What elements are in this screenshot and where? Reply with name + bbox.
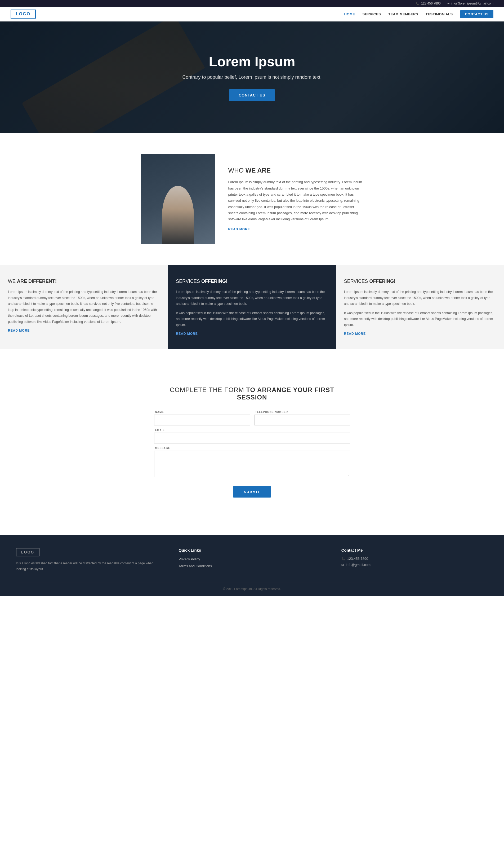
- footer-col-links: Quick Links Privacy Policy Terms and Con…: [179, 548, 325, 572]
- services-col-3-read-more[interactable]: READ MORE: [344, 332, 366, 335]
- footer-link-privacy[interactable]: Privacy Policy: [179, 557, 325, 561]
- email-icon: [447, 2, 449, 5]
- services-col-1-body1: Lorem Ipsum is simply dummy text of the …: [8, 289, 160, 325]
- nav-item-home[interactable]: HOME: [344, 12, 355, 16]
- top-bar: 123.456.7890 info@loremipsum@gmail.com: [0, 0, 504, 7]
- who-read-more[interactable]: READ MORE: [228, 227, 250, 231]
- footer-copyright: © 2019 LoremIpsum. All Rights reserved.: [223, 587, 281, 591]
- services-col-2-body2: It was popularised in the 1960s with the…: [176, 310, 328, 328]
- hero-title: Lorem Ipsum: [182, 54, 322, 69]
- form-title-pre: COMPLETE THE FORM: [170, 386, 246, 394]
- footer-contact-phone: 123.456.7890: [341, 557, 488, 561]
- who-body: Lorem Ipsum is simply dummy text of the …: [228, 179, 363, 222]
- who-heading-pre: WHO: [228, 167, 246, 174]
- form-submit-row: SUBMIT: [154, 481, 350, 498]
- who-image: [141, 154, 215, 244]
- services-col-3-body2: It was popularised in the 1960s with the…: [344, 310, 496, 328]
- services-col-1-read-more[interactable]: READ MORE: [8, 329, 30, 332]
- nav-item-team[interactable]: TEAM MEMBERS: [388, 12, 418, 16]
- footer-contact-heading: Contact Me: [341, 548, 488, 552]
- form-group-name: NAME: [154, 411, 250, 425]
- footer-link-privacy-anchor[interactable]: Privacy Policy: [179, 557, 200, 561]
- name-input[interactable]: [154, 415, 250, 425]
- services-col-3: SERVICES OFFERING! Lorem Ipsum is simply…: [336, 265, 504, 349]
- name-label: NAME: [154, 411, 250, 414]
- hero-subtitle: Contrary to popular belief, Lorem Ipsum …: [182, 74, 322, 81]
- nav-link-services[interactable]: SERVICES: [363, 12, 381, 16]
- footer-col-logo: LOGO It is a long established fact that …: [16, 548, 163, 572]
- services-col-3-body1: Lorem Ipsum is simply dummy text of the …: [344, 289, 496, 307]
- top-bar-email: info@loremipsum@gmail.com: [447, 2, 493, 5]
- footer-col-contact: Contact Me 123.456.7890 info@gmail.com: [341, 548, 488, 572]
- form-row-2: EMAIL: [154, 429, 350, 443]
- footer: LOGO It is a long established fact that …: [0, 535, 504, 596]
- services-col-2: SERVICES OFFERING! Lorem Ipsum is simply…: [168, 265, 336, 349]
- nav-link-team[interactable]: TEAM MEMBERS: [388, 12, 418, 16]
- services-col-2-read-more[interactable]: READ MORE: [176, 332, 198, 335]
- form-section: COMPLETE THE FORM TO ARRANGE YOUR FIRST …: [0, 349, 504, 535]
- footer-logo: LOGO: [16, 548, 39, 556]
- services-col-1: WE ARE DIFFERENT! Lorem Ipsum is simply …: [0, 265, 168, 349]
- phone-label: TELEPHONE NUMBER: [254, 411, 350, 414]
- footer-contact-email: info@gmail.com: [341, 563, 488, 567]
- footer-top: LOGO It is a long established fact that …: [16, 548, 488, 572]
- top-bar-phone-number: 123.456.7890: [421, 2, 440, 5]
- form-group-email: EMAIL: [154, 429, 350, 443]
- who-heading-strong: WE ARE: [246, 167, 271, 174]
- email-label: EMAIL: [154, 429, 350, 432]
- navbar: LOGO HOME SERVICES TEAM MEMBERS TESTIMON…: [0, 7, 504, 21]
- hero-content: Lorem Ipsum Contrary to popular belief, …: [177, 38, 327, 117]
- form-row-1: NAME TELEPHONE NUMBER: [154, 411, 350, 425]
- footer-links-list: Privacy Policy Terms and Conditions: [179, 557, 325, 568]
- nav-item-testimonials[interactable]: TESTIMONIALS: [426, 12, 453, 16]
- phone-icon: [416, 2, 419, 5]
- services-col-3-heading: SERVICES OFFERING!: [344, 279, 496, 284]
- nav-item-services[interactable]: SERVICES: [363, 12, 381, 16]
- nav-link-testimonials[interactable]: TESTIMONIALS: [426, 12, 453, 16]
- contact-form: NAME TELEPHONE NUMBER EMAIL MESSAGE: [154, 411, 350, 498]
- footer-phone-number: 123.456.7890: [347, 557, 368, 561]
- who-section: WHO WE ARE Lorem Ipsum is simply dummy t…: [0, 133, 504, 265]
- footer-tagline: It is a long established fact that a rea…: [16, 561, 163, 572]
- nav-links: HOME SERVICES TEAM MEMBERS TESTIMONIALS …: [344, 12, 493, 16]
- phone-input[interactable]: [254, 415, 350, 425]
- nav-link-home[interactable]: HOME: [344, 12, 355, 16]
- form-group-message: MESSAGE: [154, 447, 350, 478]
- services-col-2-body1: Lorem Ipsum is simply dummy text of the …: [176, 289, 328, 307]
- message-label: MESSAGE: [154, 447, 350, 450]
- form-title-strong: TO ARRANGE YOUR FIRST SESSION: [237, 386, 334, 401]
- logo[interactable]: LOGO: [11, 10, 36, 19]
- form-row-3: MESSAGE: [154, 447, 350, 478]
- who-text: WHO WE ARE Lorem Ipsum is simply dummy t…: [228, 167, 363, 231]
- nav-link-contact[interactable]: CONTACT US: [460, 10, 493, 18]
- nav-item-contact[interactable]: CONTACT US: [460, 12, 493, 16]
- footer-phone-icon: [341, 557, 345, 561]
- footer-links-heading: Quick Links: [179, 548, 325, 552]
- footer-email-icon: [341, 563, 344, 567]
- form-group-phone: TELEPHONE NUMBER: [254, 411, 350, 425]
- services-col-1-heading: WE ARE DIFFERENT!: [8, 279, 160, 284]
- footer-email-address: info@gmail.com: [346, 563, 371, 567]
- footer-link-terms[interactable]: Terms and Conditions: [179, 563, 325, 568]
- top-bar-email-address: info@loremipsum@gmail.com: [451, 2, 493, 5]
- top-bar-phone: 123.456.7890: [416, 2, 440, 5]
- form-title: COMPLETE THE FORM TO ARRANGE YOUR FIRST …: [154, 386, 350, 401]
- message-textarea[interactable]: [154, 451, 350, 477]
- services-col-2-heading: SERVICES OFFERING!: [176, 279, 328, 284]
- hero-section: Lorem Ipsum Contrary to popular belief, …: [0, 21, 504, 133]
- email-input[interactable]: [154, 433, 350, 443]
- hero-cta-button[interactable]: CONTACT US: [229, 89, 275, 101]
- services-section: WE ARE DIFFERENT! Lorem Ipsum is simply …: [0, 265, 504, 349]
- submit-button[interactable]: SUBMIT: [233, 486, 271, 498]
- footer-bottom: © 2019 LoremIpsum. All Rights reserved.: [16, 582, 488, 591]
- footer-link-terms-anchor[interactable]: Terms and Conditions: [179, 564, 212, 568]
- who-heading: WHO WE ARE: [228, 167, 363, 174]
